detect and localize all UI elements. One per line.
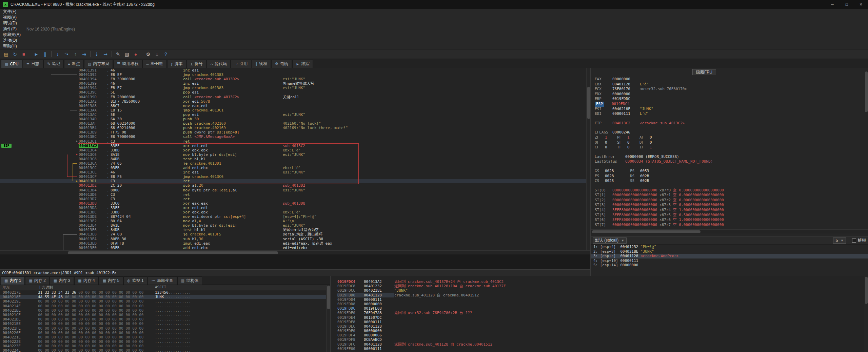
disasm-row[interactable]: 004013A8.8BC7mov eax,edi [0, 104, 590, 108]
last-error[interactable]: LastError00000000 (ERROR_SUCCESS) [595, 154, 863, 160]
stack-row[interactable]: 0019FDFC00401128返回到 crackme.sub_401128 自… [331, 342, 868, 347]
tab-threads[interactable]: ∥线程 [252, 60, 271, 68]
restart-icon[interactable]: ↻ [11, 50, 19, 58]
disasm-row[interactable]: 004013AC.5Epop esiesi:"JUNK" [0, 112, 590, 117]
tab-symbols[interactable]: Σ符号 [187, 60, 206, 68]
tab-source[interactable]: ‹›源代码 [207, 60, 231, 68]
tab-notes[interactable]: ✎笔记 [43, 60, 64, 68]
register-st6[interactable]: ST(6)3FFF8000000000000000 x87r6 空 1.0000… [595, 218, 863, 223]
stack-row[interactable]: 0019FDE800000111 [331, 320, 868, 324]
disasm-row[interactable]: 00401392.EB EFjmp crackme.401383 [0, 73, 590, 77]
dump-row[interactable]: 0040221E00 00 00 00 00 00 00 00 00 00 00… [0, 335, 330, 339]
segment-ds[interactable]: DS002B [630, 174, 665, 179]
registers-vscrollbar[interactable] [864, 68, 868, 229]
stack-panel[interactable]: 0019FDC4004013A2返回到 crackme.sub_40137E+2… [331, 276, 868, 352]
disasm-row[interactable]: 004013E8.74 0Bje crackme.4013F5serial为空，… [0, 232, 590, 236]
disasm-row[interactable]: 004013B9.FF75 08push dword ptr ss:[ebp+8… [0, 130, 590, 134]
dump-row[interactable]: 004021FE00 00 00 00 00 00 00 00 00 00 00… [0, 326, 330, 331]
step-out-icon[interactable]: ↑ [71, 50, 79, 58]
register-st2[interactable]: ST(2)00000000000000000000 x87r2 空 0.0000… [595, 198, 863, 203]
flag-af[interactable]: AF0 [639, 135, 662, 140]
minimize-button[interactable]: ─ [825, 0, 840, 9]
pause-icon[interactable]: ∥ [41, 50, 49, 58]
step-over-icon[interactable]: ↷ [62, 50, 71, 58]
disasm-row[interactable]: 004013C6.8A1Emov bl,byte ptr ds:[esi]esi… [0, 152, 590, 157]
disasm-row[interactable]: 004013CC.03FBadd edi,ebxebx:L'è' [0, 166, 590, 170]
segment-fs[interactable]: FS0053 [630, 169, 665, 174]
run-to-cursor-icon[interactable]: ⇥ [80, 50, 88, 58]
dump-row[interactable]: 0040219E00 00 00 00 00 00 00 00 00 00 00… [0, 299, 330, 304]
tab-memory-2[interactable]: ▦内存 2 [25, 276, 49, 285]
tab-seh[interactable]: ∞SEH链 [142, 60, 167, 68]
run-icon[interactable]: ► [32, 50, 40, 58]
disasm-row[interactable]: 004013DE.8B7424 04mov esi,dword ptr ss:[… [0, 214, 590, 219]
last-status[interactable]: LastStatusC0000034 (STATUS_OBJECT_NAME_N… [595, 159, 863, 164]
tab-memory-map[interactable]: ▤内存布局 [84, 60, 113, 68]
disasm-row[interactable]: 004013A2.81F7 78560000xor edi,5678 [0, 99, 590, 104]
stack-row[interactable]: 0019FDF400000066 [331, 333, 868, 337]
dump-row[interactable]: 004021DE00 00 00 00 00 00 00 00 00 00 00… [0, 317, 330, 322]
disasm-row[interactable]: 004013C233FFxor edi,edisub_4013C2 [0, 144, 590, 148]
disasm-row[interactable]: 004013DA.33FFxor edi,edi [0, 206, 590, 210]
tab-references[interactable]: ⇢引用 [231, 60, 251, 68]
register-ecx[interactable]: ECX76E80170<user32.sub_76E80170> [595, 87, 863, 92]
disasm-row[interactable]: 004013D4.8806mov byte ptr ds:[esi],alesi… [0, 188, 590, 192]
dump-row[interactable]: 0040218E4A 55 4E 4B 00 00 00 00 00 00 00… [0, 295, 330, 299]
disasm-row[interactable]: 004013CA.74 05je crackme.4013D1 [0, 161, 590, 166]
disasm-row[interactable]: 004013D1C3ret [0, 179, 590, 183]
dump-row[interactable]: 0040220E00 00 00 00 00 00 00 00 00 00 00… [0, 331, 330, 335]
register-st7[interactable]: ST(7)00000000000000000000 x87r7 空 0.0000… [595, 223, 863, 228]
flag-cf[interactable]: CF0 [595, 145, 617, 150]
flag-sf[interactable]: SF0 [617, 140, 639, 145]
menu-item-4[interactable]: 收藏夹(A) [0, 32, 24, 38]
dump-row[interactable]: 0040224E00 00 00 00 00 00 00 00 00 00 00… [0, 348, 330, 352]
disasm-row[interactable]: 004013E4.8A1Emov bl,byte ptr ds:[esi]esi… [0, 223, 590, 228]
register-edx[interactable]: EDX00000000 [595, 92, 863, 97]
disassembly-vscrollbar[interactable] [586, 68, 590, 250]
dump-row[interactable]: 0040223E00 00 00 00 00 00 00 00 00 00 00… [0, 344, 330, 348]
disasm-row[interactable]: 004013E2.B0 0Amov al,AA:'\n' [0, 219, 590, 223]
argument-row[interactable]: 3: [esp+c] 00401128 <crackme.WndProc> [591, 254, 868, 258]
argument-row[interactable]: 5: [esp+14] 00000000 [591, 263, 868, 268]
argument-row[interactable]: 4: [esp+10] 00000111 [591, 258, 868, 263]
disasm-row[interactable]: 004013F0.03FBadd edi,ebxedi=edi+ebx [0, 246, 590, 250]
tab-log[interactable]: ≣日志 [23, 60, 43, 68]
tab-script[interactable]: ƒ脚本 [167, 60, 186, 68]
menu-item-2[interactable]: 调试(D) [0, 20, 24, 26]
register-edi[interactable]: EDI00000111L'ď' [595, 111, 863, 117]
tab-call-stack[interactable]: ☰调用堆栈 [113, 60, 142, 68]
tab-memory-4[interactable]: ▦内存 4 [74, 276, 98, 285]
tab-memory-1[interactable]: ▦内存 1 [1, 276, 25, 285]
stack-row[interactable]: 0019FDD000401128crackme.sub_401128 自 cra… [331, 293, 868, 297]
register-eax[interactable]: EAX00000000 [595, 77, 863, 82]
menu-item-5[interactable]: 选项(O) [0, 38, 24, 43]
dump-vscrollbar[interactable] [326, 285, 330, 352]
dump-row[interactable]: 0040217E31 32 33 34 33 36 00 00 00 00 00… [0, 290, 330, 295]
disasm-row[interactable]: 004013EA.80EB 30sub bl,30serial (ASCII) … [0, 237, 590, 241]
disasm-row[interactable]: 004013D7C3ret [0, 197, 590, 201]
disassembly-hscrollbar[interactable] [0, 250, 590, 254]
menu-item-1[interactable]: 视图(V) [0, 15, 24, 20]
disasm-row[interactable]: 004013C8.84DBtest bl,bl [0, 157, 590, 161]
assemble-icon[interactable]: ✎ [114, 50, 122, 58]
disasm-row[interactable]: 004013DC.33DBxor ebx,ebxebx:L'è' [0, 210, 590, 214]
tab-cpu[interactable]: ▦CPU [1, 60, 22, 68]
disasm-row[interactable]: 004013AF.68 60214000push crackme.4021604… [0, 121, 590, 126]
register-esp[interactable]: ESP0019FDC4 [595, 102, 863, 107]
step-into-icon[interactable]: ↓ [54, 50, 62, 58]
register-eip[interactable]: EIP004013C2<crackme.sub_4013C2> [595, 121, 863, 126]
menu-item-3[interactable]: 插件(P) [0, 26, 24, 32]
flag-if[interactable]: IF1 [639, 145, 662, 150]
tab-struct[interactable]: ▥结构体 [177, 276, 202, 285]
stop-icon[interactable]: ■ [20, 50, 28, 58]
stack-row[interactable]: 0019FDE076E947AB返回到 user32.sub_76E94780+… [331, 311, 868, 315]
hex-dump-view[interactable]: 地址 十六进制 ASCII 0040217E31 32 33 34 33 36 … [0, 285, 330, 352]
tab-watch-1[interactable]: ◎监视 1 [123, 276, 147, 285]
stack-row[interactable]: 0019FDC800401232返回到 crackme.sub_401128+1… [331, 284, 868, 288]
close-button[interactable]: ✕ [854, 0, 868, 9]
segment-es[interactable]: ES002B [595, 174, 630, 179]
dump-row[interactable]: 004021BE00 00 00 00 00 00 00 00 00 00 00… [0, 308, 330, 313]
register-ebp[interactable]: EBP0019FDDC [595, 97, 863, 102]
help-icon[interactable]: ? [162, 50, 170, 58]
dump-row[interactable]: 0040222E00 00 00 00 00 00 00 00 00 00 00… [0, 339, 330, 344]
